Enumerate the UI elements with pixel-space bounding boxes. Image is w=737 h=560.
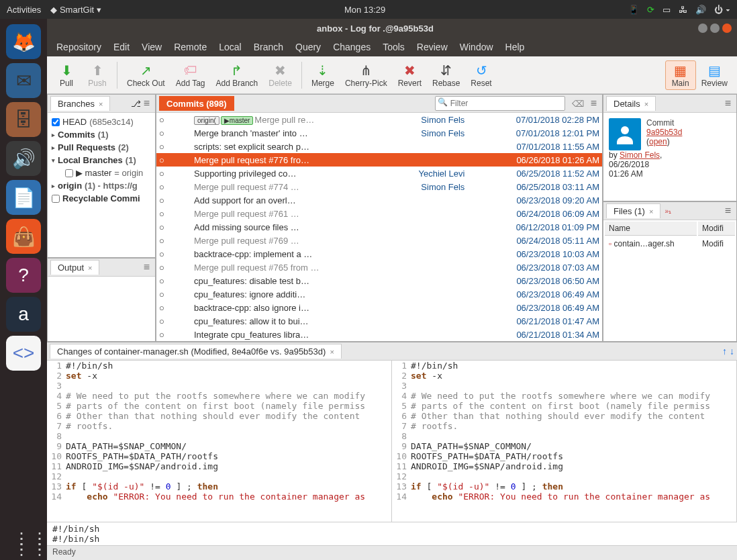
commit-row[interactable]: ○Merge pull request #774 …Simon Fels06/2… [156,180,602,193]
menu-branch[interactable]: Branch [254,42,283,52]
toolbar-separator [117,62,117,89]
author-link[interactable]: Simon Fels [620,150,660,160]
branch-item[interactable]: HEAD (685e3c14) [49,115,154,128]
commit-row[interactable]: ○cpu_features: disable test b…06/23/2018… [156,274,602,287]
network-icon[interactable]: 🖧 [679,5,687,15]
files-table[interactable]: NameModifi ▫ contain…ager.shModifi [603,220,736,252]
menu-remote[interactable]: Remote [174,42,207,52]
hamburger-icon[interactable]: ≡ [722,205,734,217]
add-branch-button[interactable]: ↱Add Branch [211,61,264,89]
close-icon[interactable]: × [99,100,103,108]
branch-item[interactable]: ▸ Pull Requests (2) [49,141,154,154]
volume-icon[interactable]: 🔊 [695,5,706,15]
menu-review[interactable]: Review [417,42,448,52]
close-icon[interactable]: × [88,264,92,272]
files-tab[interactable]: Files (1)× [606,203,660,218]
avatar [609,118,641,150]
close-icon[interactable]: × [330,348,334,356]
commit-row[interactable]: ○Integrate cpu_features libra…06/21/2018… [156,328,602,341]
diff-tab[interactable]: Changes of container-manager.sh (Modifie… [50,344,342,359]
menu-repository[interactable]: Repository [56,42,101,52]
commit-row[interactable]: ○Merge pull request #776 fro…06/26/2018 … [156,153,602,167]
branch-item[interactable]: ▾ Local Branches (1) [49,154,154,167]
prev-change-icon[interactable]: ↑ [722,346,727,357]
app-menu[interactable]: ◆ SmartGit ▾ [50,5,101,15]
filter-input[interactable] [435,96,565,111]
checkout-button[interactable]: ↗Check Out [121,61,170,89]
open-link[interactable]: open [649,137,667,146]
github-icon[interactable]: ⎇ [131,99,141,109]
close-button[interactable] [722,24,732,33]
commit-row[interactable]: ○Add support for an overl…06/23/2018 09:… [156,193,602,207]
smartgit-icon[interactable]: <> [6,336,41,371]
menu-window[interactable]: Window [460,42,493,52]
menu-changes[interactable]: Changes [333,42,371,52]
commit-row[interactable]: ○Merge pull request #761 …06/24/2018 06:… [156,207,602,220]
main-view-button[interactable]: ▦Main [665,60,696,90]
music-icon[interactable]: 🔊 [6,141,41,176]
reset-button[interactable]: ↺Reset [465,61,497,89]
commits-list[interactable]: ○origin(▶masterMerge pull re…Simon Fels0… [156,113,602,341]
commit-hash-link[interactable]: 9a95b53d [646,128,682,137]
branch-item[interactable]: Recyclable Commi [49,192,154,205]
minimize-button[interactable] [698,24,707,33]
commit-row[interactable]: ○cpu_features: allow it to bui…06/21/201… [156,314,602,328]
commit-row[interactable]: ○cpu_features: ignore additi…06/23/2018 … [156,287,602,301]
hamburger-icon[interactable]: ≡ [722,97,734,109]
merge-button[interactable]: ⇣Merge [306,61,340,89]
close-icon[interactable]: × [644,100,648,108]
hamburger-icon[interactable]: ≡ [141,97,152,109]
commit-row[interactable]: ○scripts: set explicit search p…07/01/20… [156,140,602,153]
revert-button[interactable]: ✖Revert [393,61,427,89]
menu-query[interactable]: Query [295,42,321,52]
power-icon[interactable]: ⏻ ▾ [714,5,730,15]
branch-item[interactable]: ▸ origin (1) - https://g [49,179,154,192]
thunderbird-icon[interactable]: ✉ [6,63,41,98]
firefox-icon[interactable]: 🦊 [6,24,41,59]
details-tab[interactable]: Details× [606,96,656,111]
menu-tools[interactable]: Tools [383,42,405,52]
commit-row[interactable]: ○backtrace-cpp: also ignore i…06/23/2018… [156,301,602,314]
commit-row[interactable]: ○Merge branch 'master' into …Simon Fels0… [156,126,602,140]
battery-icon[interactable]: 📱 [628,5,639,15]
amazon-icon[interactable]: a [6,297,41,332]
rebase-button[interactable]: ⇵Rebase [427,61,465,89]
commit-row[interactable]: ○backtrace-cpp: implement a …06/23/2018 … [156,247,602,261]
commit-row[interactable]: ○Supporting privileged co…Yechiel Levi06… [156,167,602,180]
commit-row[interactable]: ○Merge pull request #769 …06/24/2018 05:… [156,234,602,247]
commit-row[interactable]: ○origin(▶masterMerge pull re…Simon Fels0… [156,113,602,126]
maximize-button[interactable] [710,24,720,33]
review-view-button[interactable]: ▤Review [696,61,733,89]
writer-icon[interactable]: 📄 [6,180,41,215]
branch-item[interactable]: ▸ Commits (1) [49,128,154,141]
commit-row[interactable]: ○Merge pull request #765 from …06/23/201… [156,261,602,274]
clear-filter-icon[interactable]: ⌫ [572,99,584,109]
close-icon[interactable]: × [649,207,653,216]
clock[interactable]: Mon 13:29 [101,5,629,15]
help-icon[interactable]: ? [6,258,41,293]
diff-right-pane[interactable]: 1#!/bin/sh2set -x34# We need to put the … [392,361,737,522]
cherry-pick-button[interactable]: ⋔Cherry-Pick [340,61,393,89]
branch-item[interactable]: ▶ master = origin [49,167,154,179]
add-tag-button[interactable]: 🏷Add Tag [170,61,211,89]
files-icon[interactable]: 🗄 [6,102,41,137]
menu-help[interactable]: Help [505,42,525,52]
output-tab[interactable]: Output× [50,260,99,275]
branches-list[interactable]: HEAD (685e3c14)▸ Commits (1)▸ Pull Reque… [48,113,155,257]
display-icon[interactable]: ▭ [662,5,671,15]
software-icon[interactable]: 👜 [6,219,41,254]
table-row[interactable]: ▫ contain…ager.shModifi [605,237,735,250]
hamburger-icon[interactable]: ≡ [588,97,599,109]
menu-view[interactable]: View [142,42,162,52]
menu-local[interactable]: Local [219,42,241,52]
hamburger-icon[interactable]: ≡ [141,261,152,273]
activities-button[interactable]: Activities [7,5,41,15]
pull-button[interactable]: ⬇Pull [51,61,82,89]
branches-tab[interactable]: Branches× [50,96,110,111]
update-icon[interactable]: ⟳ [647,5,654,15]
next-change-icon[interactable]: ↓ [730,346,734,357]
diff-left-pane[interactable]: 1#!/bin/sh2set -x34# We need to put the … [47,361,392,522]
commits-tab[interactable]: Commits (898) [159,96,234,111]
menu-edit[interactable]: Edit [113,42,130,52]
commit-row[interactable]: ○Add missing source files …06/12/2018 01… [156,220,602,234]
